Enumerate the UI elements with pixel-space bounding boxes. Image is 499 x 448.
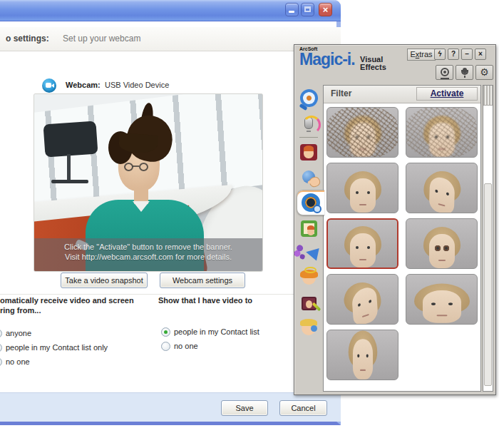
- filter-thumb-twist[interactable]: [406, 163, 478, 213]
- banner-line-2: Visit http://webcam.arcsoft.com for more…: [34, 253, 262, 261]
- radio-circle[interactable]: [0, 329, 2, 338]
- filter-thumb-original[interactable]: [326, 163, 398, 213]
- screenshot-stage: × o settings: Set up your webcam Webcam:…: [0, 0, 499, 448]
- avatar-frame-icon: [300, 144, 317, 161]
- radio-label: people in my Contact list only: [6, 343, 108, 352]
- sidebar-item-enhance[interactable]: [297, 86, 321, 110]
- office-chair: [43, 121, 98, 157]
- section-divider: [0, 294, 328, 295]
- sidebar-item-frame[interactable]: [297, 216, 321, 240]
- receive-group-heading-line2: ring from...: [0, 306, 41, 315]
- close-button[interactable]: ×: [319, 3, 332, 16]
- radio-label: people in my Contact list: [174, 327, 259, 336]
- webcam-settings-button[interactable]: Webcam settings: [160, 273, 245, 288]
- sidebar-item-broadcast[interactable]: [297, 241, 321, 265]
- webcam-label: Webcam:: [66, 81, 101, 89]
- minimize-icon: [289, 11, 294, 13]
- webcam-icon: [441, 68, 449, 76]
- visual-effects-tagline: Visual Effects: [360, 56, 386, 71]
- sidebar-divider: [299, 137, 318, 138]
- radio-circle[interactable]: [0, 343, 2, 352]
- section-subtitle: Set up your webcam: [63, 34, 140, 44]
- radio-label: no one: [6, 357, 30, 366]
- minimize-button[interactable]: [285, 3, 299, 16]
- sidebar-item-avatar[interactable]: [297, 140, 321, 164]
- filter-thumb-thin-face[interactable]: [326, 330, 398, 380]
- magic-i-logo-text: Magic-i.: [299, 51, 355, 67]
- angel-avatar-icon: [302, 272, 316, 285]
- sidebar-item-touch[interactable]: [297, 165, 321, 189]
- radio-circle-selected[interactable]: [161, 327, 170, 337]
- glasses: [124, 163, 148, 173]
- filter-thumb-frown-selected[interactable]: [326, 218, 398, 269]
- enhance-lens-icon: [299, 88, 319, 108]
- extras-menu-button[interactable]: Extras: [407, 49, 436, 61]
- chair-pole: [67, 154, 71, 181]
- mask-face-icon: [302, 321, 316, 335]
- banner-line-1: Click the "Activate" button to remove th…: [34, 243, 262, 251]
- sidebar-item-filter-selected[interactable]: [297, 190, 324, 215]
- take-snapshot-button[interactable]: Take a video snapshot: [61, 273, 148, 288]
- radio-label: anyone: [6, 329, 31, 337]
- settings-section-header: o settings: Set up your webcam: [0, 27, 341, 51]
- chair-base: [51, 180, 88, 183]
- filter-thumb-wide-face[interactable]: [406, 274, 478, 325]
- radio-label: no one: [174, 342, 198, 350]
- filter-thumb-big-eyes[interactable]: [406, 218, 478, 269]
- window-titlebar[interactable]: ×: [0, 0, 341, 21]
- filter-panel: Filter Activate: [323, 85, 481, 392]
- touch-ball-icon: [302, 170, 315, 183]
- broadcast-icon: [304, 245, 319, 260]
- radio-circle[interactable]: [0, 357, 2, 367]
- receive-group-heading-line1: omatically receive video and screen: [0, 296, 134, 305]
- webcam-icon: [42, 78, 56, 93]
- cancel-button[interactable]: Cancel: [279, 400, 327, 416]
- magic-i-window: ArcSoft Magic-i. Visual Effects Extras ϟ…: [294, 44, 496, 395]
- maximize-button[interactable]: [301, 3, 314, 16]
- sidebar-item-picture-edit[interactable]: [297, 291, 321, 315]
- filter-thumb-dissolve-strong[interactable]: [326, 107, 398, 158]
- effects-sidebar: [295, 85, 324, 341]
- save-button[interactable]: Save: [221, 400, 268, 416]
- activate-button[interactable]: Activate: [416, 87, 478, 101]
- close-button[interactable]: ×: [475, 49, 486, 60]
- microphone-effects-icon: [304, 117, 313, 129]
- trial-banner-overlay: Click the "Activate" button to remove th…: [34, 238, 262, 271]
- section-title: o settings:: [6, 34, 49, 44]
- sidebar-item-microphone[interactable]: [297, 111, 321, 135]
- webcam-source-button[interactable]: [436, 65, 453, 80]
- filter-thumb-swirl[interactable]: [326, 274, 398, 325]
- maximize-icon: [304, 6, 311, 12]
- microphone-button[interactable]: [456, 65, 473, 80]
- gear-icon: ⚙: [480, 66, 489, 78]
- filter-panel-header: Filter Activate: [324, 86, 480, 103]
- sidebar-item-mask[interactable]: [297, 316, 321, 340]
- help-button[interactable]: ?: [448, 49, 459, 60]
- photo-frame-icon: [301, 220, 317, 237]
- webcam-device-name: USB Video Device: [105, 81, 169, 89]
- webcam-preview: Click the "Activate" button to remove th…: [34, 94, 262, 271]
- panel-title: Filter: [331, 88, 351, 98]
- filter-thumb-dissolve-light[interactable]: [406, 107, 478, 158]
- arcsoft-logo: ArcSoft Magic-i. Visual Effects: [299, 46, 386, 71]
- settings-button[interactable]: ⚙: [475, 65, 493, 80]
- scrollbar-thumb[interactable]: [484, 183, 492, 386]
- microphone-icon: [461, 68, 469, 77]
- sidebar-item-angel[interactable]: [297, 266, 321, 290]
- minimize-button[interactable]: –: [461, 49, 473, 60]
- radio-circle[interactable]: [161, 342, 170, 351]
- video-settings-window: × o settings: Set up your webcam Webcam:…: [0, 0, 341, 425]
- picture-edit-icon: [302, 297, 317, 310]
- scrollbar-grip[interactable]: [483, 86, 493, 106]
- filter-grid: [324, 103, 480, 385]
- filter-scrollbar[interactable]: [483, 85, 493, 392]
- show-group-heading: Show that I have video to: [158, 296, 252, 305]
- filter-lens-icon: [302, 193, 320, 212]
- bolt-button[interactable]: ϟ: [434, 49, 446, 60]
